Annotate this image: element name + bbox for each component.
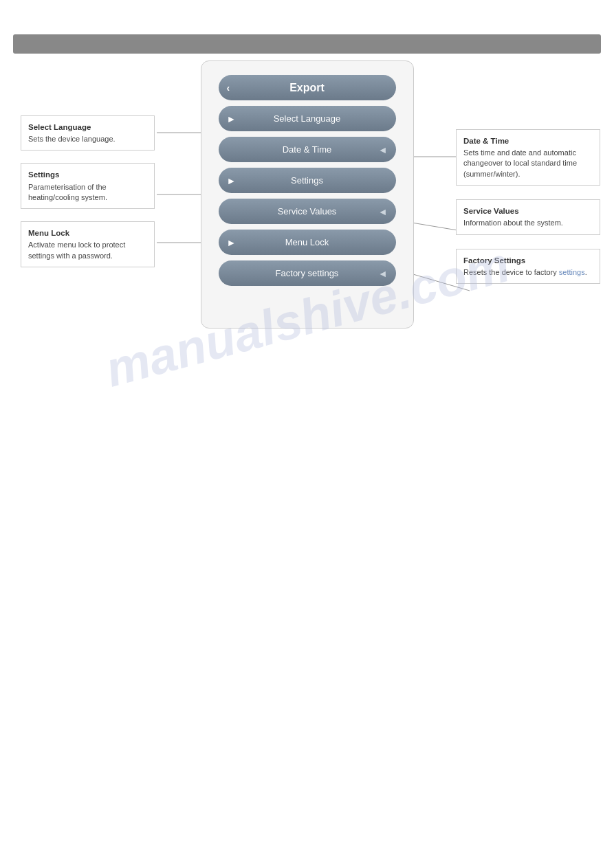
- menu-lock-left-arrow-icon: ►: [227, 237, 237, 248]
- service-values-right-arrow-icon: ◄: [378, 206, 388, 217]
- service-values-ann-title: Service Values: [463, 205, 593, 216]
- settings-left-arrow-icon: ►: [227, 175, 237, 186]
- menu-lock-button[interactable]: ► Menu Lock: [219, 230, 396, 255]
- back-export-button[interactable]: ‹ Export: [219, 75, 396, 100]
- select-language-left-arrow-icon: ►: [227, 113, 237, 124]
- device-panel: ‹ Export ► Select Language Date & Time ◄…: [201, 60, 414, 329]
- factory-settings-link[interactable]: settings: [559, 268, 585, 276]
- left-annotations: Select Language Sets the device language…: [21, 115, 155, 267]
- select-language-button[interactable]: ► Select Language: [219, 106, 396, 131]
- right-annotations: Date & Time Sets time and date and autom…: [456, 129, 600, 284]
- factory-settings-annotation: Factory Settings Resets the device to fa…: [456, 249, 600, 284]
- service-values-ann-desc: Information about the system.: [463, 218, 593, 228]
- service-values-button[interactable]: Service Values ◄: [219, 199, 396, 224]
- select-language-annotation: Select Language Sets the device language…: [21, 115, 155, 151]
- menu-lock-title: Menu Lock: [28, 227, 147, 238]
- factory-settings-ann-desc: Resets the device to factory settings.: [463, 267, 593, 278]
- select-language-desc: Sets the device language.: [28, 134, 147, 144]
- settings-annotation: Settings Parameterisation of the heating…: [21, 163, 155, 209]
- date-time-ann-title: Date & Time: [463, 135, 593, 146]
- service-values-annotation: Service Values Information about the sys…: [456, 199, 600, 234]
- factory-settings-right-arrow-icon: ◄: [378, 268, 388, 279]
- select-language-title: Select Language: [28, 122, 147, 133]
- date-time-button[interactable]: Date & Time ◄: [219, 137, 396, 162]
- top-bar: [13, 34, 601, 54]
- date-time-ann-desc: Sets time and date and automatic changeo…: [463, 148, 593, 179]
- date-time-annotation: Date & Time Sets time and date and autom…: [456, 129, 600, 186]
- settings-desc: Parameterisation of the heating/cooling …: [28, 182, 147, 203]
- back-arrow-icon: ‹: [227, 82, 230, 93]
- date-time-right-arrow-icon: ◄: [378, 144, 388, 155]
- factory-settings-ann-title: Factory Settings: [463, 255, 593, 266]
- menu-lock-desc: Activate menu lock to protect settings w…: [28, 240, 147, 261]
- settings-button[interactable]: ► Settings: [219, 168, 396, 193]
- factory-settings-button[interactable]: Factory settings ◄: [219, 260, 396, 286]
- settings-title: Settings: [28, 169, 147, 180]
- menu-lock-annotation: Menu Lock Activate menu lock to protect …: [21, 221, 155, 267]
